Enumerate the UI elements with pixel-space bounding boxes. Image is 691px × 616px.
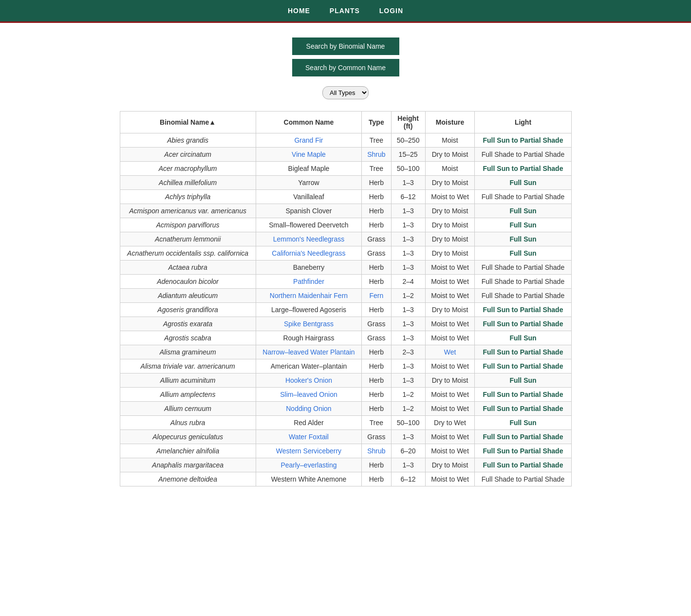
cell-light[interactable]: Full Shade to Partial Shade [475, 275, 571, 289]
common-name-link[interactable]: Northern Maidenhair Fern [270, 292, 348, 299]
cell-common[interactable]: Spike Bentgrass [256, 317, 362, 331]
cell-light[interactable]: Full Sun to Partial Shade [475, 388, 571, 402]
cell-light[interactable]: Full Shade to Partial Shade [475, 148, 571, 162]
cell-common[interactable]: Nodding Onion [256, 402, 362, 416]
common-name-link[interactable]: California's Needlegrass [272, 249, 345, 257]
binomial-name: Acer macrophyllum [159, 165, 217, 172]
cell-light[interactable]: Full Sun to Partial Shade [475, 359, 571, 373]
cell-moisture: Dry to Moist [425, 458, 475, 472]
cell-common[interactable]: Baneberry [256, 261, 362, 275]
cell-common[interactable]: Hooker's Onion [256, 373, 362, 388]
cell-common[interactable]: Narrow–leaved Water Plantain [256, 345, 362, 359]
cell-common[interactable]: Northern Maidenhair Fern [256, 289, 362, 303]
cell-light[interactable]: Full Sun [475, 416, 571, 430]
light-link[interactable]: Full Sun to Partial Shade [483, 362, 563, 370]
table-row: Agrostis exarataSpike BentgrassGrass1–3M… [120, 317, 571, 331]
cell-light[interactable]: Full Sun to Partial Shade [475, 402, 571, 416]
cell-light[interactable]: Full Shade to Partial Shade [475, 261, 571, 275]
cell-light[interactable]: Full Sun to Partial Shade [475, 444, 571, 458]
cell-light[interactable]: Full Sun [475, 331, 571, 345]
cell-binomial: Allium cernuum [120, 402, 256, 416]
cell-light[interactable]: Full Sun to Partial Shade [475, 162, 571, 176]
cell-common[interactable]: Spanish Clover [256, 204, 362, 218]
cell-light[interactable]: Full Sun to Partial Shade [475, 458, 571, 472]
common-name-link[interactable]: Slim–leaved Onion [280, 391, 337, 398]
common-name-link[interactable]: Pathfinder [293, 278, 324, 285]
type-filter-select[interactable]: All Types Tree Shrub Herb Grass Fern [322, 86, 369, 99]
cell-light[interactable]: Full Sun [475, 246, 571, 261]
light-link[interactable]: Full Sun to Partial Shade [483, 165, 563, 172]
nav-home[interactable]: HOME [288, 7, 310, 15]
binomial-name: Amelanchier alnifolia [156, 447, 219, 455]
cell-light[interactable]: Full Sun [475, 176, 571, 190]
cell-moisture: Dry to Wet [425, 416, 475, 430]
cell-common[interactable]: Rough Hairgrass [256, 331, 362, 345]
cell-light[interactable]: Full Sun to Partial Shade [475, 430, 571, 444]
light-link[interactable]: Full Sun to Partial Shade [483, 320, 563, 328]
cell-common[interactable]: Pathfinder [256, 275, 362, 289]
cell-common[interactable]: Pearly–everlasting [256, 458, 362, 472]
cell-light[interactable]: Full Sun to Partial Shade [475, 133, 571, 148]
cell-type: Tree [362, 133, 391, 148]
table-row: Acer circinatumVine MapleShrub15–25Dry t… [120, 148, 571, 162]
cell-light[interactable]: Full Sun [475, 204, 571, 218]
search-common-button[interactable]: Search by Common Name [292, 59, 399, 76]
cell-common[interactable]: Lemmon's Needlegrass [256, 232, 362, 246]
common-name-link[interactable]: Narrow–leaved Water Plantain [262, 348, 355, 356]
cell-light[interactable]: Full Sun [475, 218, 571, 232]
cell-height: 1–3 [391, 232, 425, 246]
light-link[interactable]: Full Sun to Partial Shade [483, 136, 563, 144]
cell-light[interactable]: Full Sun [475, 232, 571, 246]
table-row: Acmispon parviflorusSmall–flowered Deerv… [120, 218, 571, 232]
cell-common[interactable]: Bigleaf Maple [256, 162, 362, 176]
cell-common[interactable]: Small–flowered Deervetch [256, 218, 362, 232]
light-value: Full Sun [509, 179, 536, 187]
cell-light[interactable]: Full Sun to Partial Shade [475, 303, 571, 317]
light-link[interactable]: Full Sun to Partial Shade [483, 391, 563, 398]
search-binomial-button[interactable]: Search by Binomial Name [292, 37, 399, 55]
light-link[interactable]: Full Sun to Partial Shade [483, 306, 563, 314]
cell-light[interactable]: Full Shade to Partial Shade [475, 472, 571, 486]
common-name-link[interactable]: Pearly–everlasting [280, 461, 336, 469]
cell-light[interactable]: Full Sun to Partial Shade [475, 345, 571, 359]
common-name-link[interactable]: Spike Bentgrass [284, 320, 334, 328]
cell-common[interactable]: Western Serviceberry [256, 444, 362, 458]
cell-common[interactable]: Vanillaleaf [256, 190, 362, 204]
cell-common[interactable]: American Water–plantain [256, 359, 362, 373]
common-name-link[interactable]: Hooker's Onion [285, 376, 332, 384]
cell-common[interactable]: Yarrow [256, 176, 362, 190]
cell-light[interactable]: Full Shade to Partial Shade [475, 190, 571, 204]
light-link[interactable]: Full Sun to Partial Shade [483, 447, 563, 455]
cell-type: Grass [362, 232, 391, 246]
col-moisture: Moisture [425, 112, 475, 133]
light-value: Full Shade to Partial Shade [482, 263, 564, 271]
cell-common[interactable]: Slim–leaved Onion [256, 388, 362, 402]
cell-moisture: Dry to Moist [425, 246, 475, 261]
cell-common[interactable]: California's Needlegrass [256, 246, 362, 261]
cell-light[interactable]: Full Sun to Partial Shade [475, 317, 571, 331]
light-link[interactable]: Full Sun to Partial Shade [483, 405, 563, 412]
cell-common[interactable]: Vine Maple [256, 148, 362, 162]
light-link[interactable]: Full Sun to Partial Shade [483, 461, 563, 469]
cell-common[interactable]: Red Alder [256, 416, 362, 430]
common-name-link[interactable]: Water Foxtail [289, 433, 329, 441]
nav-plants[interactable]: PLANTS [330, 7, 360, 15]
common-name-link[interactable]: Nodding Onion [286, 405, 331, 412]
binomial-name: Achillea millefolium [159, 179, 217, 187]
cell-common[interactable]: Water Foxtail [256, 430, 362, 444]
cell-common[interactable]: Large–flowered Agoseris [256, 303, 362, 317]
cell-common[interactable]: Western White Anemone [256, 472, 362, 486]
common-name-link[interactable]: Lemmon's Needlegrass [273, 235, 345, 243]
common-name-link[interactable]: Grand Fir [294, 136, 323, 144]
light-link[interactable]: Full Sun to Partial Shade [483, 348, 563, 356]
cell-common[interactable]: Grand Fir [256, 133, 362, 148]
light-value: Full Shade to Partial Shade [482, 475, 564, 483]
nav-login[interactable]: LOGIN [379, 7, 403, 15]
cell-light[interactable]: Full Sun [475, 373, 571, 388]
common-name-link[interactable]: Vine Maple [292, 150, 326, 158]
cell-height: 1–2 [391, 402, 425, 416]
common-name-link[interactable]: Western Serviceberry [276, 447, 341, 455]
cell-light[interactable]: Full Shade to Partial Shade [475, 289, 571, 303]
light-link[interactable]: Full Sun to Partial Shade [483, 433, 563, 441]
cell-type: Grass [362, 430, 391, 444]
